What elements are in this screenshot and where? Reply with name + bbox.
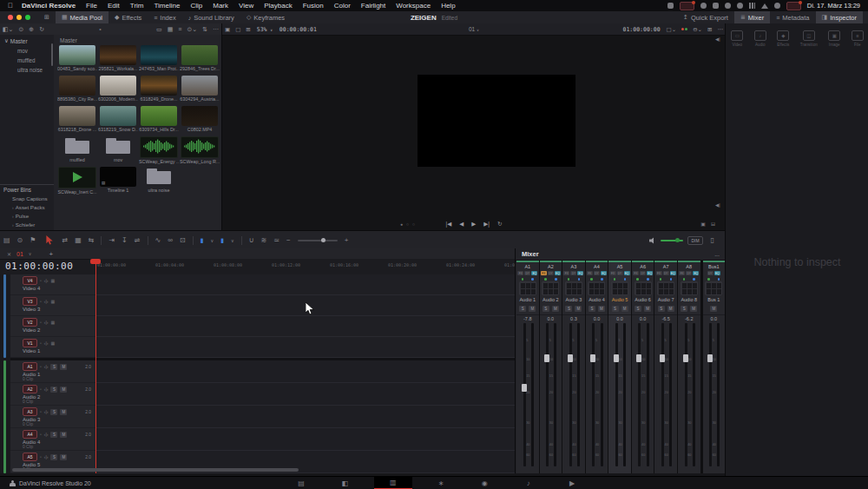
track-view-icon[interactable]: ▦ bbox=[50, 278, 55, 283]
timeline-horizontal-scrollbar[interactable] bbox=[12, 468, 299, 472]
mute-button[interactable]: M bbox=[60, 409, 67, 415]
record-icon[interactable] bbox=[737, 3, 743, 9]
channel-fader[interactable]: 5101520304060 bbox=[678, 321, 700, 470]
menu-view[interactable]: View bbox=[233, 2, 259, 10]
media-clip-6318249-drone[interactable]: 6318249_Drone... bbox=[139, 76, 179, 106]
video-track-header-v1[interactable]: V1▫‹|›▦Video 1 bbox=[10, 337, 95, 358]
markers-color-icon[interactable]: ⚑ bbox=[26, 236, 39, 244]
eq-bars-icon[interactable] bbox=[749, 3, 755, 9]
pan-control[interactable] bbox=[635, 281, 652, 295]
page-button-cut[interactable]: ◧ bbox=[330, 477, 359, 489]
auto-select-icon[interactable]: ‹|› bbox=[44, 432, 49, 437]
speaker-icon[interactable] bbox=[649, 237, 656, 244]
pan-control[interactable] bbox=[681, 281, 698, 295]
lock-track-icon[interactable]: ▫ bbox=[40, 454, 42, 459]
media-clip-8895380-city-re[interactable]: 8895380_City Re... bbox=[57, 76, 97, 106]
track-enable-button[interactable]: A1 bbox=[23, 362, 37, 371]
video-track-lane-v3[interactable] bbox=[95, 295, 515, 316]
marker-button[interactable]: ▮ bbox=[197, 237, 207, 244]
fader-handle[interactable] bbox=[568, 354, 573, 362]
toolbar-button-effects[interactable]: ◆Effects bbox=[108, 11, 148, 23]
keyframe-marker-button[interactable]: ▮ bbox=[217, 237, 227, 244]
solo-button[interactable]: S bbox=[589, 306, 595, 312]
lock-track-icon[interactable]: ▫ bbox=[40, 278, 42, 283]
mute-button[interactable]: M bbox=[60, 387, 67, 393]
toolbar-button-sound-library[interactable]: ♪Sound Library bbox=[182, 11, 240, 23]
mixer-strip-a7[interactable]: A7FXDYEQAudio 7SM-6.55101520304060 bbox=[654, 261, 677, 473]
auto-select-icon[interactable]: ‹|› bbox=[44, 320, 49, 325]
bin-item-muffled[interactable]: muffled bbox=[0, 54, 54, 63]
channel-fader[interactable]: 5101520304060 bbox=[586, 321, 608, 470]
viewer-zoom-level[interactable]: 53% ∨ bbox=[253, 26, 276, 33]
collapse-viewer-right-icon[interactable]: ◀| bbox=[715, 36, 720, 42]
audio-track-header-a1[interactable]: A1▫‹|›SM2.0Audio 10 Clip bbox=[10, 360, 95, 383]
pan-control[interactable] bbox=[565, 281, 582, 295]
fx-chip[interactable]: FX bbox=[656, 271, 662, 275]
overwrite-clip-icon[interactable]: ↧ bbox=[118, 236, 131, 244]
minimize-window-button[interactable] bbox=[16, 15, 22, 20]
audio-track-header-a4[interactable]: A4▫‹|›SM2.0Audio 40 Clip bbox=[10, 428, 95, 451]
replace-clip-icon[interactable]: ⇌ bbox=[131, 236, 144, 244]
bin-scrollbar[interactable] bbox=[51, 43, 53, 66]
media-clip-ultra-noise[interactable]: ultra noise bbox=[139, 167, 179, 197]
track-enable-button[interactable]: V1 bbox=[23, 339, 37, 347]
resolution-icon[interactable]: ▢⌄ bbox=[664, 26, 680, 33]
video-track-lane-v4[interactable] bbox=[95, 274, 515, 295]
eq-chip[interactable]: EQ bbox=[624, 271, 630, 275]
lock-track-icon[interactable]: ▫ bbox=[40, 299, 42, 304]
fx-chip[interactable]: FX bbox=[517, 271, 523, 275]
inspector-tab-audio[interactable]: ♪Audio bbox=[754, 30, 766, 47]
inspector-tab-image[interactable]: ▣Image bbox=[828, 30, 840, 47]
video-track-lane-v1[interactable] bbox=[95, 337, 515, 358]
bin-tree-root[interactable]: ∨Master bbox=[0, 35, 54, 44]
fader-handle[interactable] bbox=[590, 354, 595, 362]
dy-chip[interactable]: DY bbox=[686, 271, 692, 275]
media-clip-6318219-snow-d[interactable]: 6318219_Snow D... bbox=[98, 106, 138, 136]
media-clip-6304294-austria[interactable]: 6304294_Austria... bbox=[180, 76, 220, 106]
fx-chip[interactable]: FX bbox=[633, 271, 639, 275]
dy-chip[interactable]: DY bbox=[640, 271, 646, 275]
eq-chip[interactable]: EQ bbox=[670, 271, 676, 275]
crop-icon[interactable]: ⊖⌄ bbox=[690, 26, 705, 33]
eq-chip[interactable]: EQ bbox=[577, 271, 583, 275]
timeline-tab[interactable]: 01 bbox=[16, 251, 23, 257]
toolbar-button-quick-export[interactable]: ↥Quick Export bbox=[677, 11, 734, 23]
auto-select-icon[interactable]: ‹|› bbox=[44, 340, 49, 346]
mixer-strip-a8[interactable]: A8FXDYEQAudio 8SM-6.25101520304060 bbox=[678, 261, 700, 473]
toolbar-button-keyframes[interactable]: ◇Keyframes bbox=[240, 11, 291, 23]
mute-button[interactable]: M bbox=[60, 364, 67, 370]
power-bin-pulse[interactable]: ›Pulse bbox=[0, 210, 54, 219]
solo-button[interactable]: S bbox=[50, 432, 57, 438]
last-frame-button[interactable]: ▶| bbox=[483, 221, 490, 228]
solo-button[interactable]: S bbox=[635, 306, 641, 312]
monitor-volume-slider[interactable] bbox=[661, 240, 683, 241]
pan-control[interactable] bbox=[542, 281, 559, 295]
timeline-zoom-slider[interactable] bbox=[298, 240, 338, 241]
insert-clip-icon[interactable]: ⇥ bbox=[105, 236, 118, 244]
lock-track-icon[interactable]: ▫ bbox=[40, 387, 42, 392]
dim-button[interactable]: DIM bbox=[687, 236, 702, 245]
solo-button[interactable]: S bbox=[542, 306, 549, 312]
fader-handle[interactable] bbox=[522, 384, 527, 392]
menu-color[interactable]: Color bbox=[329, 2, 356, 10]
play-button[interactable]: ▶ bbox=[471, 221, 476, 228]
audio-track-lane-a2[interactable] bbox=[95, 383, 515, 406]
power-bin-snap-captions[interactable]: Snap Captions bbox=[0, 193, 54, 202]
match-frame-icon[interactable]: ▣ bbox=[700, 221, 706, 227]
fader-handle[interactable] bbox=[636, 354, 641, 362]
inspector-tab-video[interactable]: ▭Video bbox=[731, 30, 743, 47]
page-button-color[interactable]: ◉ bbox=[470, 477, 499, 489]
fader-handle[interactable] bbox=[614, 354, 619, 362]
inspector-tab-transition[interactable]: ◫Transition bbox=[800, 30, 818, 47]
auto-select-icon[interactable]: ‹|› bbox=[44, 387, 49, 392]
media-clip-00483-sandy-sco[interactable]: 00483_Sandy sco... bbox=[57, 45, 97, 76]
display-icon[interactable] bbox=[713, 3, 719, 9]
close-timeline-icon[interactable]: ✕ bbox=[7, 251, 11, 257]
solo-button[interactable]: S bbox=[658, 306, 665, 312]
power-bin-asset-packs[interactable]: ›Asset Packs bbox=[0, 202, 54, 210]
track-view-icon[interactable]: ▦ bbox=[50, 340, 55, 346]
track-view-icon[interactable]: ▦ bbox=[50, 299, 55, 304]
dy-chip[interactable]: DY bbox=[707, 271, 713, 275]
more-options-icon[interactable]: ⋯ bbox=[210, 26, 221, 33]
lock-track-icon[interactable]: ▫ bbox=[40, 320, 42, 325]
